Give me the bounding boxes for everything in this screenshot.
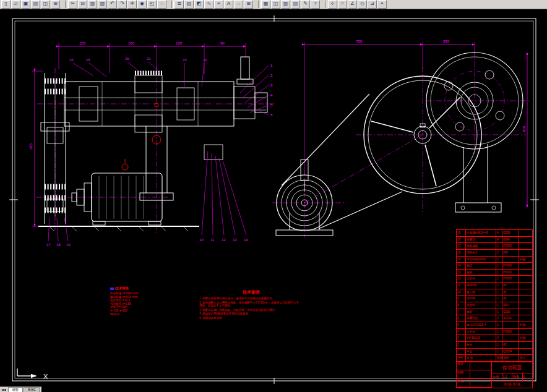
bom-row: 18 垫圈10 4 65Mn	[457, 237, 532, 244]
tech-req-item: 3. 装配后应进行空载试验，运转平稳，无冲击振动及异常噪声。	[199, 309, 303, 312]
sheet-set-manager[interactable]: ▤	[291, 0, 300, 9]
polar[interactable]: ◇	[358, 0, 367, 9]
bom-row: 15 滚动轴承30208 2 外购	[457, 257, 532, 263]
bom-row: 2 链轮 1 45	[457, 342, 532, 349]
linetype-control[interactable]: ∿	[204, 0, 213, 9]
tech-req-item: 2. 啮合侧隙之大小用铅丝检验，保证侧隙不小于0.16mm，接触斑点沿齿高不小于…	[199, 301, 303, 308]
svg-text:385: 385	[29, 143, 33, 150]
scale-value: 1:2	[502, 373, 513, 381]
bom-row: 5 电动机Y132S-4 1 外购	[457, 322, 532, 329]
save[interactable]: ▣	[21, 0, 30, 9]
svg-text:13: 13	[233, 238, 237, 242]
left-vertical-dimension: 385	[29, 71, 43, 226]
tool-palettes[interactable]: ▥	[281, 0, 290, 9]
assembly-section-view: 155 160 128 90 385	[29, 41, 275, 247]
copy[interactable]: ⊡	[78, 0, 87, 9]
tech-req-item: 1. 装配前所有零件进行清洗，箱体内不允许有任何杂物存在。	[199, 297, 303, 300]
svg-text:14: 14	[244, 238, 248, 242]
svg-text:900: 900	[522, 126, 526, 132]
grid[interactable]: ⌗	[338, 0, 347, 9]
scale-label: 比例	[492, 373, 502, 381]
table-style[interactable]: ⊞	[244, 0, 253, 9]
color-control[interactable]: ◩	[194, 0, 204, 9]
bom-row: 19 六角螺栓M10×40 4 Q235	[457, 230, 532, 237]
new[interactable]: ▯	[1, 0, 11, 9]
svg-text:16: 16	[69, 58, 74, 62]
layout-tab[interactable]: 模型	[8, 387, 23, 392]
plot-preview[interactable]: ◫	[41, 0, 50, 9]
legend-color-swatch	[110, 288, 114, 290]
markup[interactable]: ✎	[301, 0, 310, 9]
tech-req-item: 4. 箱内装L-AN68润滑油至规定油面高度。	[199, 312, 303, 316]
svg-text:2: 2	[270, 74, 273, 77]
undo[interactable]: ↶	[108, 0, 117, 9]
toolbar-group-drafting: ⊹⌗∠◇⊿⌖	[328, 0, 387, 9]
paste[interactable]: ▥	[88, 0, 97, 9]
toolbar: ▯▱▣▤◫⊞ ✂⊡▥▧↶↷✛◉◰◌ ≣▤◩∿≡A↔⊞ ▦◫▥▤✎? ⊹⌗∠◇⊿⌖	[0, 0, 547, 9]
title-block-row: 审核	[457, 379, 491, 388]
svg-text:10: 10	[199, 238, 204, 242]
chain-sprocket-column	[41, 73, 69, 224]
ortho[interactable]: ∠	[348, 0, 357, 9]
bom-row: 8 大齿轮 1 40Cr	[457, 302, 532, 309]
tab-nav-arrows-icon[interactable]: ◀◀	[1, 388, 6, 391]
zoom-realtime[interactable]: ◉	[137, 0, 147, 9]
lineweight-control[interactable]: ≡	[214, 0, 223, 9]
text-style[interactable]: A	[224, 0, 233, 9]
tech-req-title: 技术要求	[199, 289, 303, 296]
osnap[interactable]: ⊹	[328, 0, 337, 9]
svg-text:17: 17	[46, 243, 51, 247]
design-center[interactable]: ◫	[271, 0, 280, 9]
publish[interactable]: ⊞	[51, 0, 60, 9]
tech-req-item: 5. 表面涂灰色油漆。	[199, 317, 303, 320]
bom-row: 3 V带 B2240 3 外购	[457, 335, 532, 342]
legend-title: 技术特性	[115, 286, 129, 291]
dyn-input[interactable]: ⌖	[377, 0, 387, 9]
otrack[interactable]: ⊿	[368, 0, 377, 9]
svg-text:15: 15	[86, 58, 90, 62]
svg-text:19: 19	[66, 243, 71, 247]
bom-row: 6 毡圈密封 2 羊毛毡	[457, 315, 532, 322]
toolbar-separator	[258, 1, 261, 8]
layout-tab-bar: ◀◀ 模型 布局1	[0, 386, 41, 392]
toolbar-group-file: ▯▱▣▤◫⊞	[1, 0, 60, 9]
svg-text:1: 1	[270, 64, 273, 67]
pan[interactable]: ✛	[127, 0, 137, 9]
dim-style[interactable]: ↔	[234, 0, 243, 9]
zoom-window[interactable]: ◰	[147, 0, 157, 9]
base-ground	[38, 226, 199, 231]
match-properties[interactable]: ▧	[98, 0, 107, 9]
svg-text:90: 90	[220, 41, 225, 45]
toolbar-group-styles: ≣▤◩∿≡A↔⊞	[174, 0, 253, 9]
drive-belt	[282, 94, 402, 229]
drawing-canvas[interactable]: 155 160 128 90 385	[0, 10, 547, 388]
legend-line: W=4.5t	[110, 313, 156, 317]
toolbar-separator	[171, 1, 174, 8]
sheet-info: 共1张 第1张	[492, 381, 532, 388]
title-block-row: 制图	[457, 370, 491, 379]
layers[interactable]: ≣	[174, 0, 184, 9]
open[interactable]: ▱	[11, 0, 20, 9]
title-block: 设计 制图 审核 传动装置 比例 1:2 数量 1 共1张 第1张	[456, 361, 533, 388]
properties[interactable]: ▦	[261, 0, 270, 9]
plot[interactable]: ▤	[31, 0, 40, 9]
bom-row: 17 轴承端盖 1 HT200	[457, 243, 532, 250]
svg-text:18: 18	[56, 243, 61, 247]
technical-requirements: 技术要求 1. 装配前所有零件进行清洗，箱体内不允许有任何杂物存在。2. 啮合侧…	[199, 289, 303, 321]
electric-motor	[72, 159, 162, 225]
svg-text:4: 4	[270, 93, 273, 97]
bom-row: 12 大带轮 1 HT200	[457, 276, 532, 283]
svg-text:330: 330	[443, 40, 450, 43]
redo[interactable]: ↷	[118, 0, 127, 9]
layout-tab[interactable]: 布局1	[24, 387, 40, 392]
layer-properties[interactable]: ▤	[184, 0, 194, 9]
svg-text:12: 12	[222, 238, 226, 242]
help[interactable]: ?	[311, 0, 320, 9]
cut[interactable]: ✂	[68, 0, 77, 9]
zoom-previous[interactable]: ◌	[157, 0, 166, 9]
toolbar-group-palettes: ▦◫▥▤✎?	[261, 0, 320, 9]
bom-row: 11 键 8×50 1 45	[457, 283, 532, 289]
toolbar-separator	[325, 1, 327, 8]
svg-text:20: 20	[125, 57, 129, 61]
drawing-title: 传动装置	[492, 362, 532, 373]
